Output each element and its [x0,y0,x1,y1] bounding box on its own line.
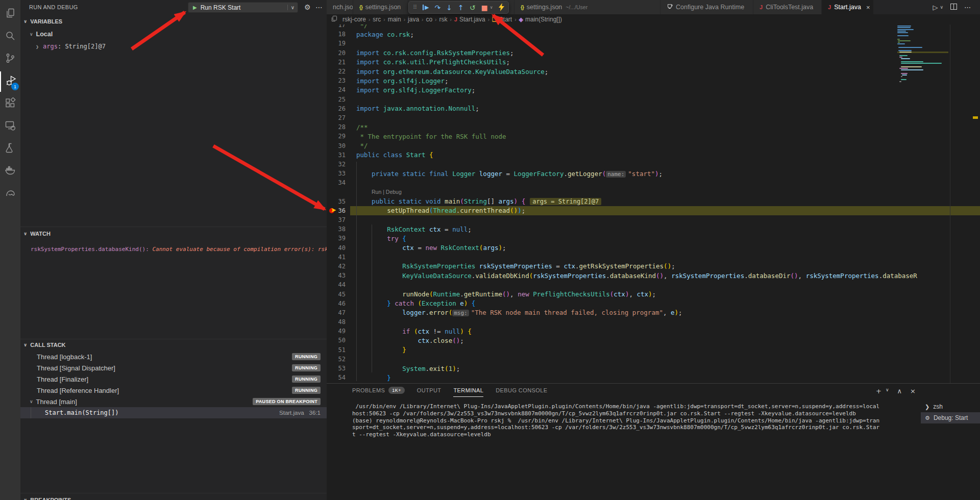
code-line-29[interactable]: 29 * The entrypoint for the RSK full nod… [327,132,980,141]
code-line-48[interactable]: 48 [327,317,980,327]
code-line-46[interactable]: 46 } catch (Exception e) { [327,299,980,308]
step-into-icon[interactable]: ↓ [446,4,452,11]
close-icon[interactable]: × [866,4,870,11]
watch-section-header[interactable]: ∨ WATCH [20,229,327,239]
activity-item-testing[interactable] [0,139,20,159]
code-viewport[interactable]: 17 */18package co.rsk;1920import co.rsk.… [327,20,980,384]
code-line-41[interactable]: 41 [327,253,980,262]
chevron-down-icon[interactable]: ∨ [940,5,943,10]
code-line-22[interactable]: 22import org.ethereum.datasource.KeyValu… [327,67,980,76]
panel-tab-terminal[interactable]: TERMINAL [453,387,483,397]
activity-item-gradle[interactable] [0,184,20,204]
breadcrumb-item[interactable]: main [388,16,401,23]
panel-tab-problems[interactable]: PROBLEMS1K+ [352,387,405,397]
activity-item-search[interactable] [0,27,20,47]
tab-start-java[interactable]: JStart.java× [822,0,874,14]
variables-scope-local[interactable]: ∨ Local [20,29,327,40]
code-line-26[interactable]: 26import javax.annotation.Nonnull; [327,104,980,113]
step-over-icon[interactable]: ↷ [435,4,441,11]
activity-item-explorer[interactable] [0,4,20,24]
code-line-49[interactable]: 49 if (ctx != null) { [327,327,980,336]
code-line-32[interactable]: 32 [327,160,980,169]
minimap[interactable] [897,20,948,92]
terminal-item-zsh[interactable]: ❯zsh [921,401,980,412]
terminal-item-debug-start[interactable]: ⚙Debug: Start [921,412,980,423]
split-editor-icon[interactable] [950,4,957,11]
code-line-19[interactable]: 19 [327,39,980,48]
activity-item-remote-explorer[interactable] [0,116,20,137]
breadcrumb-symbol[interactable]: Start [499,16,512,23]
more-icon[interactable]: ⋯ [964,4,971,11]
code-line-25[interactable]: 25 [327,95,980,104]
activity-item-docker[interactable] [0,161,20,182]
terminal-output[interactable]: /usr/bin/env /Library/Internet\ Plug-Ins… [352,403,919,438]
tab-settings-json[interactable]: {}settings.json~/.../User [514,0,660,14]
activity-item-extensions[interactable] [0,94,20,114]
compare-editor-icon[interactable] [331,15,337,23]
more-actions-icon[interactable]: ⋯ [315,3,323,11]
code-line-33[interactable]: 33 private static final Logger logger = … [327,169,980,178]
hot-code-replace-icon[interactable] [499,3,504,12]
code-line-39[interactable]: 39 try { [327,234,980,243]
run-config-dropdown[interactable]: ▶ Run RSK Start ∨ [188,2,298,13]
code-line-36[interactable]: 36 setUpThread(Thread.currentThread());➤ [327,206,980,215]
close-icon[interactable]: × [910,387,916,395]
call-stack-section-header[interactable]: ∨ CALL STACK [20,340,327,350]
code-line-52[interactable]: 52 [327,355,980,364]
activity-item-run-and-debug[interactable]: 1 [0,71,20,92]
tab-clitoolstest-java[interactable]: JCliToolsTest.java [753,0,822,14]
code-line-20[interactable]: 20import co.rsk.config.RskSystemProperti… [327,48,980,58]
code-line-43[interactable]: 43 KeyValueDataSource.validateDbKind(rsk… [327,271,980,280]
step-out-icon[interactable]: ↑ [458,4,464,11]
code-line-38[interactable]: 38 RskContext ctx = null; [327,224,980,234]
run-icon[interactable]: ▷ [933,4,938,11]
code-line-34[interactable]: 34 [327,178,980,187]
code-line-37[interactable]: 37 [327,215,980,224]
code-line-30[interactable]: 30 */ [327,141,980,150]
breadcrumb-item[interactable]: rsk [439,16,447,23]
code-line-54[interactable]: 54 } [327,373,980,382]
code-line-53[interactable]: 53 System.exit(1); [327,364,980,373]
continue-icon[interactable]: ▶ [423,5,429,10]
call-stack-thread[interactable]: Thread [logback-1]RUNNING [20,351,327,362]
call-stack-thread[interactable]: Thread [Signal Dispatcher]RUNNING [20,362,327,373]
plus-icon[interactable]: + [876,387,881,395]
code-line-47[interactable]: 47 logger.error(msg:"The RSK node main t… [327,308,980,317]
code-line-27[interactable]: 27 [327,113,980,122]
code-line-21[interactable]: 21import co.rsk.util.PreflightChecksUtil… [327,58,980,67]
panel-tab-debug-console[interactable]: DEBUG CONSOLE [496,387,547,396]
stop-icon[interactable]: ■ [481,4,487,11]
activity-item-source-control[interactable] [0,49,20,69]
watch-expression[interactable]: rskSystemProperties.databaseKind(): Cann… [20,244,327,254]
breadcrumb-item[interactable]: src [373,16,381,23]
code-line-24[interactable]: 24import org.slf4j.LoggerFactory; [327,85,980,94]
code-line-50[interactable]: 50 ctx.close(); [327,336,980,345]
breadcrumb-symbol[interactable]: main(String[]) [525,16,562,23]
chevron-down-icon[interactable]: ∨ [886,387,889,395]
panel-tab-output[interactable]: OUTPUT [417,387,442,396]
restart-icon[interactable]: ↺ [470,4,476,11]
code-line-23[interactable]: 23import org.slf4j.Logger; [327,76,980,85]
breakpoint-current-icon[interactable]: ➤ [329,207,337,214]
call-stack-thread[interactable]: ∨Thread [main]PAUSED ON BREAKPOINT [20,396,327,407]
codelens-run-debug[interactable]: Run | Debug [327,187,980,196]
code-line-35[interactable]: 35 public static void main(String[] args… [327,197,980,206]
stop-chevron-icon[interactable]: ∨ [490,6,493,10]
variable-args[interactable]: ❯ args: String[2]@7 [20,41,327,52]
chevron-down-icon[interactable]: ∨ [287,5,298,10]
call-stack-thread[interactable]: Thread [Finalizer]RUNNING [20,373,327,385]
breakpoints-section-header[interactable]: ∨ BREAKPOINTS [20,495,327,500]
code-line-40[interactable]: 40 ctx = new RskContext(args); [327,243,980,253]
breadcrumb-item[interactable]: java [408,16,419,23]
code-line-31[interactable]: 31public class Start { [327,151,980,160]
code-line-28[interactable]: 28/** [327,122,980,132]
code-line-45[interactable]: 45 runNode(Runtime.getRuntime(), new Pre… [327,289,980,298]
call-stack-frame[interactable]: Start.main(String[])Start.java36:1 [20,407,327,418]
call-stack-thread[interactable]: Thread [Reference Handler]RUNNING [20,385,327,396]
gear-icon[interactable]: ⚙ [304,3,311,11]
breadcrumb-item[interactable]: co [426,16,432,23]
code-line-51[interactable]: 51 } [327,345,980,355]
breadcrumb-file[interactable]: Start.java [459,16,485,23]
tab-settings-json[interactable]: {}settings.json [353,0,408,14]
breadcrumb-item[interactable]: rskj-core [342,16,366,23]
